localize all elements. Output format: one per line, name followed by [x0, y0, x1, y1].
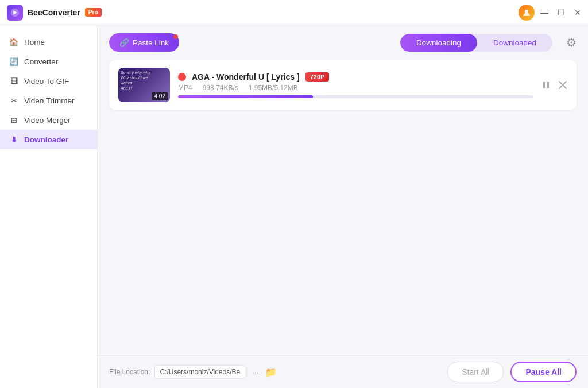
- sidebar-label-video-trimmer: Video Trimmer: [24, 96, 75, 105]
- progress-bar: [178, 95, 533, 98]
- downloader-icon: ⬇: [9, 135, 18, 144]
- video-thumbnail: So why why whyWhy should we waitedAnd I …: [118, 68, 170, 102]
- sidebar-item-home[interactable]: 🏠 Home: [0, 32, 97, 52]
- footer-bar: File Location: C:/Users/moniz/Videos/Be …: [98, 355, 588, 388]
- window-controls: — ☐ ✕: [540, 9, 581, 17]
- tab-downloaded[interactable]: Downloaded: [477, 34, 552, 52]
- sidebar-item-video-merger[interactable]: ⊞ Video Merger: [0, 110, 97, 130]
- video-duration: 4:02: [152, 92, 168, 100]
- progress-bar-fill: [178, 95, 313, 98]
- open-folder-button[interactable]: 📁: [265, 367, 277, 378]
- notification-dot: [173, 34, 178, 39]
- platform-youtube-icon: [178, 73, 186, 81]
- file-path: C:/Users/moniz/Videos/Be: [154, 365, 245, 379]
- settings-icon[interactable]: ⚙: [566, 36, 577, 49]
- start-all-button[interactable]: Start All: [447, 362, 504, 382]
- app-logo: [7, 5, 23, 21]
- maximize-button[interactable]: ☐: [558, 9, 565, 17]
- item-speed: 998.74KB/s: [203, 84, 238, 92]
- link-icon: 🔗: [119, 38, 129, 47]
- paste-link-button[interactable]: 🔗 Paste Link: [109, 33, 179, 52]
- download-list: So why why whyWhy should we waitedAnd I …: [98, 60, 588, 355]
- sidebar-item-video-to-gif[interactable]: 🎞 Video To GIF: [0, 71, 97, 91]
- sidebar-item-converter[interactable]: 🔄 Converter: [0, 52, 97, 71]
- sidebar-label-video-to-gif: Video To GIF: [24, 77, 69, 86]
- pause-all-button[interactable]: Pause All: [510, 362, 577, 382]
- sidebar-label-home: Home: [24, 38, 45, 46]
- sidebar-item-downloader[interactable]: ⬇ Downloader: [0, 130, 97, 149]
- paste-link-label: Paste Link: [133, 38, 169, 47]
- video-merger-icon: ⊞: [9, 115, 18, 125]
- converter-icon: 🔄: [9, 57, 18, 66]
- svg-rect-3: [547, 82, 549, 88]
- item-meta: MP4 998.74KB/s 1.95MB/5.12MB: [178, 84, 533, 92]
- pause-button[interactable]: [541, 80, 551, 90]
- title-bar: BeeConverter Pro — ☐ ✕: [0, 0, 588, 25]
- download-item: So why why whyWhy should we waitedAnd I …: [109, 60, 577, 110]
- title-bar-right: — ☐ ✕: [519, 5, 581, 21]
- minimize-button[interactable]: —: [540, 9, 548, 17]
- file-location-label: File Location:: [109, 368, 150, 376]
- tab-downloading[interactable]: Downloading: [400, 34, 477, 52]
- sidebar-label-video-merger: Video Merger: [24, 116, 71, 125]
- main-layout: 🏠 Home 🔄 Converter 🎞 Video To GIF ✂ Vide…: [0, 25, 588, 388]
- item-title-row: AGA - Wonderful U [ Lyrics ] 720P: [178, 72, 533, 82]
- item-info: AGA - Wonderful U [ Lyrics ] 720P MP4 99…: [178, 72, 533, 98]
- content-area: 🔗 Paste Link Downloading Downloaded ⚙ So…: [98, 25, 588, 388]
- item-actions: [541, 80, 567, 90]
- footer-actions: Start All Pause All: [447, 362, 577, 382]
- app-name: BeeConverter: [28, 8, 80, 17]
- item-format: MP4: [178, 84, 192, 92]
- home-icon: 🏠: [9, 37, 18, 46]
- title-bar-left: BeeConverter Pro: [7, 5, 102, 21]
- user-avatar[interactable]: [519, 5, 535, 21]
- more-options-button[interactable]: ···: [250, 367, 261, 378]
- top-bar: 🔗 Paste Link Downloading Downloaded ⚙: [98, 25, 588, 60]
- tab-group: Downloading Downloaded: [400, 34, 552, 52]
- item-progress: 1.95MB/5.12MB: [249, 84, 298, 92]
- svg-rect-2: [543, 82, 545, 88]
- close-button[interactable]: ✕: [574, 9, 581, 17]
- video-trimmer-icon: ✂: [9, 96, 18, 105]
- close-item-button[interactable]: [558, 80, 567, 90]
- sidebar-item-video-trimmer[interactable]: ✂ Video Trimmer: [0, 91, 97, 110]
- sidebar-label-converter: Converter: [24, 57, 58, 66]
- video-to-gif-icon: 🎞: [9, 76, 18, 86]
- pro-badge: Pro: [85, 8, 102, 17]
- item-title: AGA - Wonderful U [ Lyrics ]: [192, 72, 300, 82]
- sidebar-label-downloader: Downloader: [24, 135, 68, 144]
- thumbnail-text: So why why whyWhy should we waitedAnd I …: [121, 70, 155, 91]
- sidebar: 🏠 Home 🔄 Converter 🎞 Video To GIF ✂ Vide…: [0, 25, 98, 388]
- quality-badge: 720P: [305, 72, 330, 82]
